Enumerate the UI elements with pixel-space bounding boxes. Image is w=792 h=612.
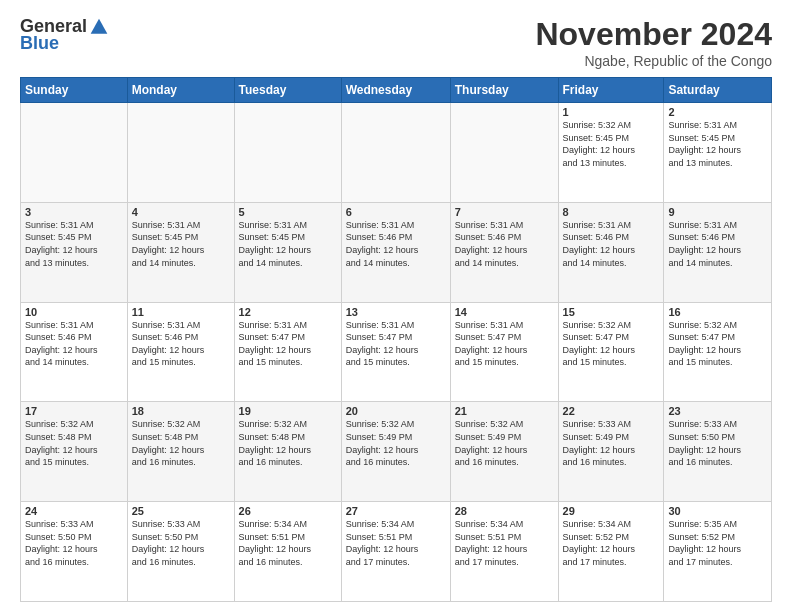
- day-cell: [450, 103, 558, 203]
- col-friday: Friday: [558, 78, 664, 103]
- day-info: Sunrise: 5:34 AM Sunset: 5:51 PM Dayligh…: [455, 518, 554, 568]
- day-cell: 30Sunrise: 5:35 AM Sunset: 5:52 PM Dayli…: [664, 502, 772, 602]
- day-cell: 1Sunrise: 5:32 AM Sunset: 5:45 PM Daylig…: [558, 103, 664, 203]
- day-number: 10: [25, 306, 123, 318]
- logo-blue: Blue: [20, 33, 59, 54]
- col-tuesday: Tuesday: [234, 78, 341, 103]
- day-info: Sunrise: 5:33 AM Sunset: 5:50 PM Dayligh…: [132, 518, 230, 568]
- day-info: Sunrise: 5:31 AM Sunset: 5:45 PM Dayligh…: [25, 219, 123, 269]
- day-cell: 22Sunrise: 5:33 AM Sunset: 5:49 PM Dayli…: [558, 402, 664, 502]
- day-number: 12: [239, 306, 337, 318]
- day-number: 28: [455, 505, 554, 517]
- day-info: Sunrise: 5:31 AM Sunset: 5:47 PM Dayligh…: [455, 319, 554, 369]
- svg-marker-0: [91, 18, 108, 33]
- day-cell: [341, 103, 450, 203]
- week-row-1: 3Sunrise: 5:31 AM Sunset: 5:45 PM Daylig…: [21, 202, 772, 302]
- day-cell: [234, 103, 341, 203]
- day-info: Sunrise: 5:31 AM Sunset: 5:45 PM Dayligh…: [132, 219, 230, 269]
- day-info: Sunrise: 5:31 AM Sunset: 5:45 PM Dayligh…: [668, 119, 767, 169]
- header: General Blue November 2024 Ngabe, Republ…: [20, 16, 772, 69]
- day-number: 27: [346, 505, 446, 517]
- week-row-3: 17Sunrise: 5:32 AM Sunset: 5:48 PM Dayli…: [21, 402, 772, 502]
- day-cell: 10Sunrise: 5:31 AM Sunset: 5:46 PM Dayli…: [21, 302, 128, 402]
- day-number: 16: [668, 306, 767, 318]
- day-cell: 29Sunrise: 5:34 AM Sunset: 5:52 PM Dayli…: [558, 502, 664, 602]
- day-cell: 26Sunrise: 5:34 AM Sunset: 5:51 PM Dayli…: [234, 502, 341, 602]
- day-info: Sunrise: 5:31 AM Sunset: 5:46 PM Dayligh…: [455, 219, 554, 269]
- logo-icon: [89, 17, 109, 37]
- day-number: 7: [455, 206, 554, 218]
- title-area: November 2024 Ngabe, Republic of the Con…: [535, 16, 772, 69]
- day-number: 1: [563, 106, 660, 118]
- day-info: Sunrise: 5:32 AM Sunset: 5:45 PM Dayligh…: [563, 119, 660, 169]
- day-info: Sunrise: 5:31 AM Sunset: 5:47 PM Dayligh…: [346, 319, 446, 369]
- day-number: 6: [346, 206, 446, 218]
- day-number: 23: [668, 405, 767, 417]
- day-cell: [21, 103, 128, 203]
- day-info: Sunrise: 5:31 AM Sunset: 5:45 PM Dayligh…: [239, 219, 337, 269]
- day-info: Sunrise: 5:33 AM Sunset: 5:50 PM Dayligh…: [668, 418, 767, 468]
- col-thursday: Thursday: [450, 78, 558, 103]
- day-cell: 9Sunrise: 5:31 AM Sunset: 5:46 PM Daylig…: [664, 202, 772, 302]
- col-sunday: Sunday: [21, 78, 128, 103]
- month-title: November 2024: [535, 16, 772, 53]
- day-cell: 2Sunrise: 5:31 AM Sunset: 5:45 PM Daylig…: [664, 103, 772, 203]
- day-info: Sunrise: 5:32 AM Sunset: 5:48 PM Dayligh…: [25, 418, 123, 468]
- day-cell: 5Sunrise: 5:31 AM Sunset: 5:45 PM Daylig…: [234, 202, 341, 302]
- day-cell: 28Sunrise: 5:34 AM Sunset: 5:51 PM Dayli…: [450, 502, 558, 602]
- day-info: Sunrise: 5:34 AM Sunset: 5:51 PM Dayligh…: [346, 518, 446, 568]
- day-number: 30: [668, 505, 767, 517]
- location: Ngabe, Republic of the Congo: [535, 53, 772, 69]
- day-cell: 3Sunrise: 5:31 AM Sunset: 5:45 PM Daylig…: [21, 202, 128, 302]
- col-wednesday: Wednesday: [341, 78, 450, 103]
- col-monday: Monday: [127, 78, 234, 103]
- day-cell: 21Sunrise: 5:32 AM Sunset: 5:49 PM Dayli…: [450, 402, 558, 502]
- day-cell: 4Sunrise: 5:31 AM Sunset: 5:45 PM Daylig…: [127, 202, 234, 302]
- day-info: Sunrise: 5:31 AM Sunset: 5:46 PM Dayligh…: [132, 319, 230, 369]
- col-saturday: Saturday: [664, 78, 772, 103]
- day-number: 21: [455, 405, 554, 417]
- header-row: Sunday Monday Tuesday Wednesday Thursday…: [21, 78, 772, 103]
- page: General Blue November 2024 Ngabe, Republ…: [0, 0, 792, 612]
- day-cell: 8Sunrise: 5:31 AM Sunset: 5:46 PM Daylig…: [558, 202, 664, 302]
- day-info: Sunrise: 5:34 AM Sunset: 5:52 PM Dayligh…: [563, 518, 660, 568]
- day-number: 3: [25, 206, 123, 218]
- day-cell: 14Sunrise: 5:31 AM Sunset: 5:47 PM Dayli…: [450, 302, 558, 402]
- day-number: 9: [668, 206, 767, 218]
- day-number: 29: [563, 505, 660, 517]
- week-row-0: 1Sunrise: 5:32 AM Sunset: 5:45 PM Daylig…: [21, 103, 772, 203]
- day-info: Sunrise: 5:32 AM Sunset: 5:49 PM Dayligh…: [455, 418, 554, 468]
- week-row-4: 24Sunrise: 5:33 AM Sunset: 5:50 PM Dayli…: [21, 502, 772, 602]
- day-cell: 17Sunrise: 5:32 AM Sunset: 5:48 PM Dayli…: [21, 402, 128, 502]
- day-info: Sunrise: 5:34 AM Sunset: 5:51 PM Dayligh…: [239, 518, 337, 568]
- week-row-2: 10Sunrise: 5:31 AM Sunset: 5:46 PM Dayli…: [21, 302, 772, 402]
- day-cell: 27Sunrise: 5:34 AM Sunset: 5:51 PM Dayli…: [341, 502, 450, 602]
- day-info: Sunrise: 5:31 AM Sunset: 5:46 PM Dayligh…: [346, 219, 446, 269]
- day-info: Sunrise: 5:33 AM Sunset: 5:50 PM Dayligh…: [25, 518, 123, 568]
- logo: General Blue: [20, 16, 109, 54]
- day-info: Sunrise: 5:33 AM Sunset: 5:49 PM Dayligh…: [563, 418, 660, 468]
- day-number: 14: [455, 306, 554, 318]
- day-number: 4: [132, 206, 230, 218]
- day-info: Sunrise: 5:31 AM Sunset: 5:46 PM Dayligh…: [25, 319, 123, 369]
- day-info: Sunrise: 5:32 AM Sunset: 5:47 PM Dayligh…: [563, 319, 660, 369]
- day-cell: 13Sunrise: 5:31 AM Sunset: 5:47 PM Dayli…: [341, 302, 450, 402]
- day-number: 18: [132, 405, 230, 417]
- day-number: 15: [563, 306, 660, 318]
- day-info: Sunrise: 5:31 AM Sunset: 5:46 PM Dayligh…: [668, 219, 767, 269]
- day-number: 17: [25, 405, 123, 417]
- day-cell: 16Sunrise: 5:32 AM Sunset: 5:47 PM Dayli…: [664, 302, 772, 402]
- day-cell: 11Sunrise: 5:31 AM Sunset: 5:46 PM Dayli…: [127, 302, 234, 402]
- day-info: Sunrise: 5:32 AM Sunset: 5:48 PM Dayligh…: [132, 418, 230, 468]
- calendar: Sunday Monday Tuesday Wednesday Thursday…: [20, 77, 772, 602]
- day-number: 2: [668, 106, 767, 118]
- day-number: 26: [239, 505, 337, 517]
- day-info: Sunrise: 5:32 AM Sunset: 5:47 PM Dayligh…: [668, 319, 767, 369]
- day-number: 5: [239, 206, 337, 218]
- day-number: 22: [563, 405, 660, 417]
- day-cell: [127, 103, 234, 203]
- day-number: 25: [132, 505, 230, 517]
- day-info: Sunrise: 5:32 AM Sunset: 5:49 PM Dayligh…: [346, 418, 446, 468]
- day-info: Sunrise: 5:32 AM Sunset: 5:48 PM Dayligh…: [239, 418, 337, 468]
- day-number: 24: [25, 505, 123, 517]
